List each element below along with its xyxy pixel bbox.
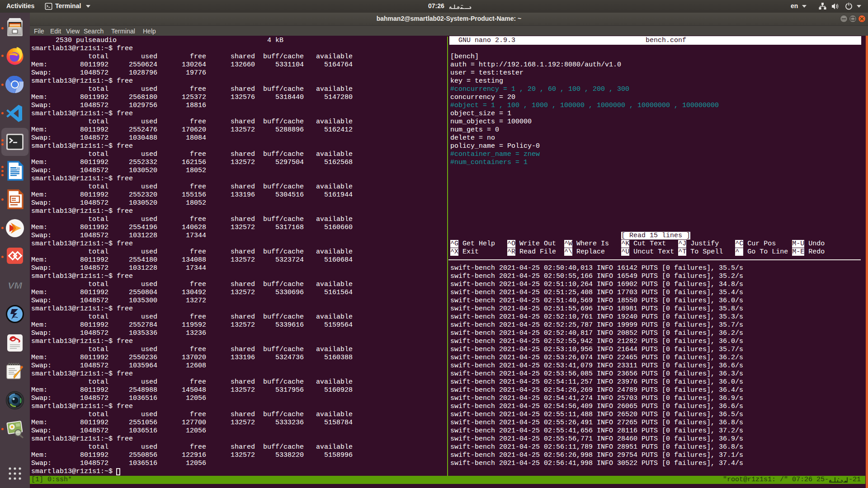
- svg-text:VM: VM: [8, 280, 22, 291]
